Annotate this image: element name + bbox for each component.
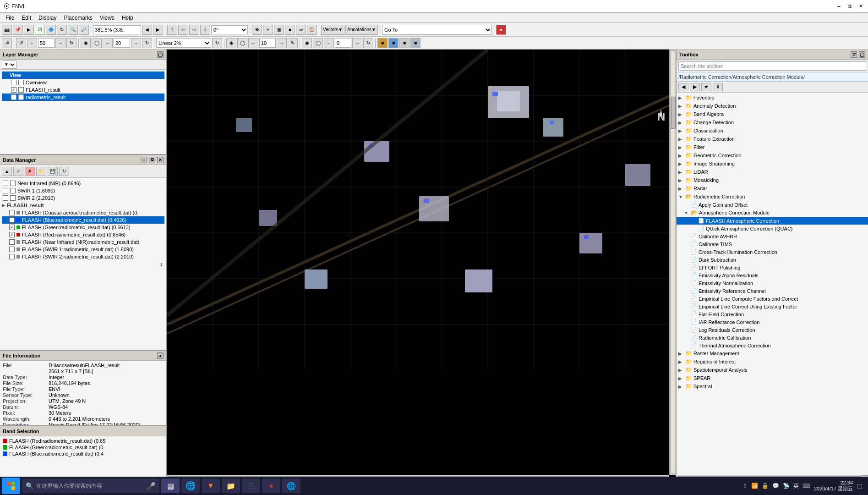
tree-item-empirical-compute[interactable]: 📄 Empirical Line Compute Factors and Cor… bbox=[677, 295, 868, 302]
tree-item-cross-track[interactable]: 📄 Cross-Track Illumination Correction bbox=[677, 248, 868, 256]
toolbar-btn-2[interactable]: 📌 bbox=[13, 25, 23, 35]
tool-btn-3[interactable]: ▦ bbox=[274, 25, 284, 35]
tree-item-empirical-correct[interactable]: 📄 Empirical Line Correct Using Existing … bbox=[677, 302, 868, 310]
tb2-color-btn-3[interactable]: ■ bbox=[399, 38, 409, 48]
tree-item-mosaicking[interactable]: ▶ 📁 Mosaicking bbox=[677, 176, 868, 184]
tb2-reset-btn[interactable]: ↺ bbox=[16, 38, 26, 48]
start-button[interactable] bbox=[2, 478, 20, 494]
tree-item-feature-extraction[interactable]: ▶ 📁 Feature Extraction bbox=[677, 135, 868, 143]
layer-dropdown[interactable]: ▼ bbox=[2, 60, 16, 69]
tree-item-geometric[interactable]: ▶ 📁 Geometric Correction bbox=[677, 151, 868, 160]
layer-item-overview[interactable]: Overview bbox=[2, 79, 164, 86]
tree-item-iar[interactable]: 📄 IAR Reflectance Correction bbox=[677, 318, 868, 326]
dm-item-swir2b[interactable]: FLAASH (SWIR 2:radiometric_result.dat) (… bbox=[2, 253, 164, 260]
tool-btn-5[interactable]: ⇛ bbox=[296, 25, 306, 35]
tb2-btn-s1[interactable]: ◉ bbox=[302, 38, 312, 48]
taskbar-app-6[interactable]: ● bbox=[262, 478, 280, 493]
nav-btn-3[interactable]: ⇨ bbox=[189, 25, 199, 35]
menu-views[interactable]: Views bbox=[96, 14, 118, 22]
tb2-sharp-down[interactable]: ← bbox=[248, 38, 258, 48]
dm-close-btn[interactable]: ✕ bbox=[157, 157, 164, 163]
tool-btn-2[interactable]: ⌖ bbox=[263, 25, 273, 35]
bs-item-red[interactable]: FLAASH (Red:radiometric_result.dat) (0.6… bbox=[3, 438, 164, 444]
menu-edit[interactable]: Edit bbox=[18, 14, 35, 22]
dm-group-flaash[interactable]: ▶ FLAASH_result bbox=[2, 202, 164, 209]
nir-check[interactable] bbox=[3, 181, 8, 186]
swir2-check[interactable] bbox=[3, 195, 8, 201]
stretch-select[interactable]: Linear 2% bbox=[156, 38, 211, 48]
contrast-input[interactable] bbox=[114, 38, 130, 48]
flaash-check[interactable]: ✓ bbox=[11, 87, 16, 93]
taskbar-search-bar[interactable]: 🔍 在这里输入你要搜索的内容 🎤 bbox=[22, 478, 159, 493]
dm-item-coastal[interactable]: FLAASH (Coastal aerosol:radiometric_resu… bbox=[2, 209, 164, 216]
toolbar-btn-4[interactable]: ☑ bbox=[35, 25, 45, 35]
toolbox-expand-btn[interactable]: ▽ bbox=[851, 51, 857, 58]
bs-item-blue[interactable]: FLAASH (Blue:radiometric_result.dat) (0.… bbox=[3, 451, 164, 456]
tb2-refresh-2[interactable]: ↻ bbox=[142, 38, 152, 48]
dm-btn-delete[interactable]: ✗ bbox=[25, 167, 35, 176]
annotations-btn[interactable]: Annotations ▼ bbox=[345, 25, 378, 35]
nav-btn-4[interactable]: ⇩ bbox=[200, 25, 210, 35]
tb2-bright-up[interactable]: → bbox=[55, 38, 66, 48]
overview-check2[interactable] bbox=[18, 80, 24, 85]
taskbar-app-1[interactable]: ▦ bbox=[161, 478, 180, 493]
tree-item-effort[interactable]: 📄 EFFORT Polishing bbox=[677, 264, 868, 271]
dm-item-swir1b[interactable]: FLAASH (SWIR 1:radiometric_result.dat) (… bbox=[2, 246, 164, 253]
brightness-input[interactable] bbox=[38, 38, 55, 48]
tb2-s-down[interactable]: ← bbox=[324, 38, 334, 48]
zoom-input[interactable] bbox=[93, 25, 141, 34]
tool-btn-1[interactable]: ✥ bbox=[252, 25, 262, 35]
dm-minimize-btn[interactable]: − bbox=[141, 157, 147, 163]
overview-check[interactable] bbox=[11, 80, 16, 85]
v-scrollbar-thumb[interactable] bbox=[671, 97, 676, 129]
tb2-btn-contrast-2[interactable]: ◯ bbox=[92, 38, 102, 48]
dm-btn-up[interactable]: ▲ bbox=[2, 167, 12, 176]
tree-item-dark-sub[interactable]: 📄 Dark Subtraction bbox=[677, 256, 868, 264]
tree-item-filter[interactable]: ▶ 📁 Filter bbox=[677, 143, 868, 151]
menu-file[interactable]: File bbox=[2, 14, 18, 22]
menu-display[interactable]: Display bbox=[35, 14, 60, 22]
dm-item-swir2[interactable]: SWIR 2 (2.2010) bbox=[2, 194, 164, 202]
layer-manager-pin-btn[interactable]: ◯ bbox=[157, 51, 164, 58]
tree-item-classification[interactable]: ▶ 📁 Classification bbox=[677, 126, 868, 135]
tray-icon-lang[interactable]: 英 bbox=[793, 482, 799, 490]
toolbar-btn-8[interactable]: 🔎 bbox=[79, 25, 89, 35]
fi-expand-btn[interactable]: ▲ bbox=[157, 352, 164, 359]
green-check[interactable]: ✓ bbox=[9, 225, 15, 230]
tb2-refresh-5[interactable]: ↻ bbox=[363, 38, 373, 48]
bs-item-green[interactable]: FLAASH (Green:radiometric_result.dat) (0… bbox=[3, 445, 164, 450]
dm-btn-check[interactable]: ✓ bbox=[13, 167, 23, 176]
tree-item-spatiotemporal[interactable]: ▶ 📁 Spatiotemporal Analysis bbox=[677, 366, 868, 374]
tree-item-flat-field[interactable]: 📄 Flat Field Correction bbox=[677, 310, 868, 318]
tree-item-lidar[interactable]: ▶ 📁 LiDAR bbox=[677, 168, 868, 176]
taskbar-app-3[interactable]: ▼ bbox=[202, 478, 220, 493]
tb2-refresh-3[interactable]: ↻ bbox=[212, 38, 222, 48]
swir1b-check[interactable] bbox=[9, 247, 15, 252]
tb2-sharp-up[interactable]: → bbox=[277, 38, 287, 48]
tree-item-favorites[interactable]: ▶ 📁 Favorites bbox=[677, 94, 868, 102]
tb2-refresh-1[interactable]: ↻ bbox=[66, 38, 76, 48]
tree-item-band-algebra[interactable]: ▶ 📁 Band Algebra bbox=[677, 110, 868, 118]
nir2-check[interactable] bbox=[9, 239, 15, 245]
nir-check2[interactable] bbox=[10, 181, 16, 186]
tree-item-log-residuals[interactable]: 📄 Log Residuals Correction bbox=[677, 326, 868, 334]
clock-display[interactable]: 22:34 2020/4/17 星期五 bbox=[814, 480, 853, 492]
dm-item-blue[interactable]: ✓ FLAASH (Blue:radiometric_result.dat) (… bbox=[2, 216, 164, 224]
tool-btn-4[interactable]: ■ bbox=[285, 25, 295, 35]
layer-item-radiometric[interactable]: ✓ radiometric_result bbox=[2, 94, 164, 101]
nav-btn-2[interactable]: ⇦ bbox=[178, 25, 188, 35]
tb2-btn-sharp-2[interactable]: ◯ bbox=[237, 38, 247, 48]
map-scrollbar-v[interactable] bbox=[669, 50, 676, 475]
toolbox-fav-btn[interactable]: ★ bbox=[701, 83, 711, 91]
swir2-check2[interactable] bbox=[10, 195, 16, 201]
tool-btn-6[interactable]: 🏠 bbox=[307, 25, 317, 35]
rotation-select[interactable]: 0° bbox=[211, 25, 248, 34]
tb2-contrast-down[interactable]: ← bbox=[103, 38, 113, 48]
tree-item-radiometric[interactable]: ▼ 📂 Radiometric Correction bbox=[677, 192, 868, 201]
toolbar-btn-6[interactable]: ↻ bbox=[57, 25, 67, 35]
taskbar-app-4[interactable]: 📁 bbox=[222, 478, 240, 493]
toolbox-forward-btn[interactable]: ▶ bbox=[690, 83, 700, 91]
taskbar-app-5[interactable]: ☷ bbox=[242, 478, 260, 493]
restore-button[interactable]: ⧉ bbox=[846, 3, 853, 10]
zoom-prev-btn[interactable]: ◀ bbox=[142, 25, 152, 35]
